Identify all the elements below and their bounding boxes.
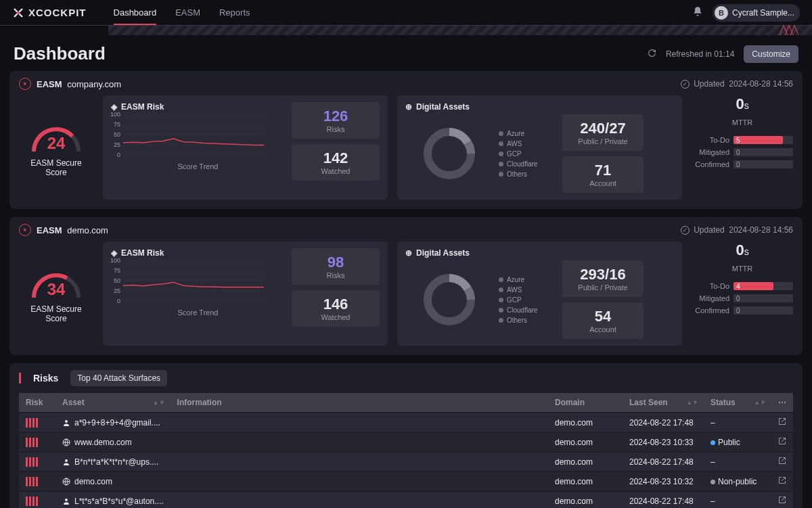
table-row[interactable]: a*9+9+8+9+4@gmail.... demo.com 2024-08-2… (19, 413, 793, 432)
asset-cell: L*t*s*a*B*s*u*@auton.... (62, 497, 164, 506)
col-actions[interactable]: ⋯ (771, 393, 793, 412)
customize-button[interactable]: Customize (744, 45, 798, 63)
title-row: Dashboard Refreshed in 01:14 Customize (0, 35, 812, 71)
domain-panel: ✶ EASM demo.com ✓ Updated 2024-08-28 14:… (9, 217, 803, 355)
table-row[interactable]: demo.com demo.com 2024-08-23 10:32 Non-p… (19, 472, 793, 490)
score-block: 24 EASM Secure Score (19, 95, 93, 200)
user-icon (62, 458, 70, 466)
mttr-bar-row: Mitigated0 (692, 294, 793, 302)
legend-item: Cloudflare (499, 306, 557, 314)
risks-stat: 126Risks (292, 102, 380, 139)
mttr-bar-row: To-Do5 (692, 136, 793, 144)
svg-point-23 (65, 420, 68, 423)
updated-text: ✓ Updated 2024-08-28 14:56 (681, 79, 793, 89)
legend-item: Others (499, 317, 557, 324)
open-row-button[interactable] (771, 413, 793, 432)
refresh-icon (648, 49, 656, 60)
donut-icon (419, 269, 480, 330)
digital-assets-card: ⊕Digital Assets AzureAWSGCPCloudflareOth… (397, 241, 682, 346)
open-row-button[interactable] (771, 453, 793, 471)
svg-text:100: 100 (111, 258, 120, 264)
nav-reports[interactable]: Reports (219, 0, 250, 25)
score-trend-chart: 0255075100 (111, 112, 267, 159)
legend-item: Azure (499, 130, 557, 137)
bell-icon[interactable] (692, 6, 703, 19)
table-row[interactable]: B*n*t*a*K*t*n*r@ups.... demo.com 2024-08… (19, 453, 793, 471)
mttr-bar-row: Mitigated0 (692, 148, 793, 156)
donut-icon (419, 123, 480, 184)
risk-level-icon (26, 457, 49, 467)
pubpriv-stat: 240/27Public / Private (562, 114, 644, 151)
mttr-block: 0s MTTR To-Do4 Mitigated0 Confirmed0 (692, 241, 793, 346)
domain-title: EASM company.com (37, 79, 121, 89)
account-stat: 71Account (562, 156, 644, 193)
col-risk[interactable]: Risk (19, 393, 55, 412)
mttr-block: 0s MTTR To-Do5 Mitigated0 Confirmed0 (692, 95, 793, 200)
easm-risk-card: ◈EASM Risk 0255075100 Score Trend 126Ris… (103, 95, 388, 200)
col-lastseen[interactable]: Last Seen▲▼ (623, 393, 704, 412)
mttr-bar-row: Confirmed0 (692, 160, 793, 168)
pubpriv-stat: 293/16Public / Private (562, 260, 644, 297)
risk-level-icon (26, 418, 49, 428)
domain-panel: ✶ EASM company.com ✓ Updated 2024-08-28 … (9, 71, 803, 209)
user-icon (62, 497, 70, 505)
risk-level-icon (26, 497, 49, 506)
svg-text:75: 75 (114, 121, 120, 128)
page-title: Dashboard (14, 43, 106, 64)
filter-chip-top40[interactable]: Top 40 Attack Surfaces (70, 370, 167, 386)
easm-risk-card: ◈EASM Risk 0255075100 Score Trend 98Risk… (103, 241, 388, 346)
nav-dashboard[interactable]: Dashboard (114, 0, 157, 25)
svg-text:50: 50 (114, 277, 120, 284)
domain-badge-icon: ✶ (19, 78, 31, 90)
user-icon (62, 419, 70, 427)
col-domain[interactable]: Domain (548, 393, 623, 412)
digital-assets-card: ⊕Digital Assets AzureAWSGCPCloudflareOth… (397, 95, 682, 200)
app-name: XCOCKPIT (28, 7, 87, 18)
account-stat: 54Account (562, 302, 644, 339)
open-row-button[interactable] (771, 472, 793, 490)
asset-cell: a*9+9+8+9+4@gmail.... (62, 418, 164, 428)
status-dot-icon (710, 480, 715, 484)
legend-item: Azure (499, 276, 557, 283)
risks-title: Risks (33, 373, 58, 384)
mttr-bar-row: Confirmed0 (692, 306, 793, 315)
check-icon: ✓ (681, 80, 690, 89)
risks-section: Risks Top 40 Attack Surfaces Risk Asset▲… (9, 363, 803, 508)
legend-item: AWS (499, 286, 557, 294)
open-row-button[interactable] (771, 492, 793, 508)
col-info[interactable]: Information (171, 393, 548, 412)
mttr-bar-row: To-Do4 (692, 282, 793, 290)
svg-point-0 (17, 11, 20, 14)
svg-text:0: 0 (117, 298, 120, 304)
score-block: 34 EASM Secure Score (19, 241, 93, 346)
svg-text:75: 75 (114, 267, 120, 274)
legend-item: Others (499, 170, 557, 178)
col-asset[interactable]: Asset▲▼ (55, 393, 171, 412)
risks-accent (19, 373, 21, 384)
domain-title: EASM demo.com (37, 225, 108, 235)
legend-item: GCP (499, 150, 557, 158)
nav: Dashboard EASM Reports (114, 0, 250, 25)
table-row[interactable]: L*t*s*a*B*s*u*@auton.... demo.com 2024-0… (19, 492, 793, 508)
table-row[interactable]: www.demo.com demo.com 2024-08-23 10:33 P… (19, 433, 793, 451)
watched-stat: 142Watched (292, 144, 380, 181)
score-label: EASM Secure Score (19, 304, 93, 324)
globe-icon: ⊕ (405, 102, 412, 112)
open-row-button[interactable] (771, 433, 793, 451)
svg-text:25: 25 (114, 141, 120, 148)
svg-text:100: 100 (111, 112, 120, 118)
score-trend-chart: 0255075100 (111, 258, 267, 305)
risk-level-icon (26, 477, 49, 486)
check-icon: ✓ (681, 226, 690, 235)
logo-icon (12, 7, 24, 19)
legend-item: Cloudflare (499, 160, 557, 168)
svg-point-25 (65, 459, 68, 462)
risks-table: Risk Asset▲▼ Information Domain Last See… (19, 392, 793, 508)
updated-text: ✓ Updated 2024-08-28 14:56 (681, 225, 793, 235)
nav-easm[interactable]: EASM (175, 0, 200, 25)
col-status[interactable]: Status▲▼ (704, 393, 771, 412)
risks-stat: 98Risks (292, 248, 380, 285)
brand-mark-icon (778, 24, 798, 39)
status-dot-icon (710, 440, 715, 445)
user-menu[interactable]: B Cycraft Sample... (713, 4, 800, 22)
